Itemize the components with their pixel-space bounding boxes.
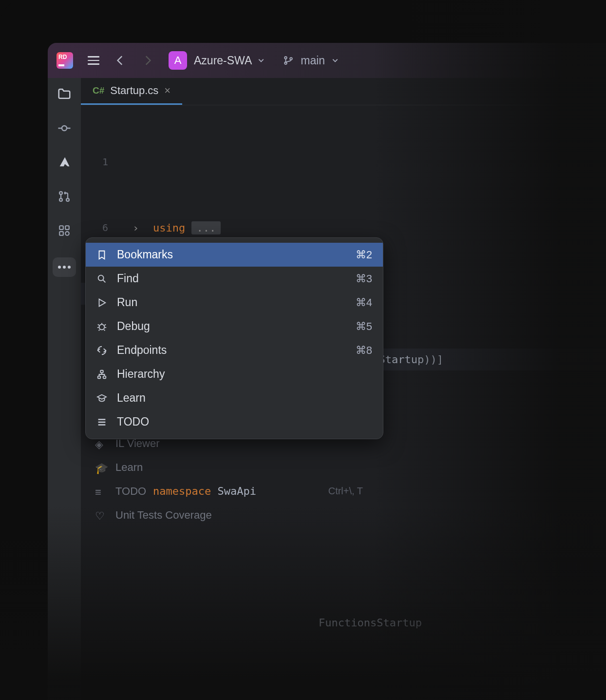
svg-point-15	[99, 324, 105, 330]
bookmark-icon	[96, 250, 107, 260]
learn-icon: 🎓	[95, 462, 106, 473]
svg-point-10	[65, 232, 69, 235]
play-icon	[96, 297, 107, 308]
todo-icon: ≡	[95, 486, 106, 497]
popup-item-run[interactable]: Run ⌘4	[86, 291, 383, 314]
app-logo[interactable]	[57, 52, 73, 69]
popup-item-todo[interactable]: TODO	[86, 410, 383, 434]
azure-icon[interactable]	[57, 155, 72, 170]
popup-shortcut: ⌘4	[356, 296, 372, 309]
popup-label: Learn	[117, 391, 146, 405]
branch-selector[interactable]: main	[283, 54, 339, 67]
svg-point-0	[284, 57, 287, 59]
popup-label: Endpoints	[117, 344, 167, 357]
project-avatar[interactable]: A	[169, 51, 187, 70]
popup-label: Hierarchy	[117, 368, 165, 381]
popup-shortcut: ⌘3	[356, 272, 372, 285]
popup-item-hierarchy[interactable]: Hierarchy	[86, 362, 383, 386]
svg-point-4	[59, 192, 62, 194]
svg-point-6	[66, 198, 69, 201]
popup-label: Debug	[117, 320, 150, 333]
popup-shortcut: ⌘5	[356, 320, 372, 333]
il-icon: ◈	[95, 438, 106, 449]
svg-rect-9	[59, 232, 63, 235]
search-icon	[96, 273, 107, 284]
hamburger-menu-icon[interactable]	[88, 56, 99, 65]
tab-filename: Startup.cs	[110, 84, 158, 97]
hierarchy-icon	[96, 369, 107, 380]
svg-point-5	[59, 198, 62, 201]
close-tab-icon[interactable]: ×	[164, 84, 170, 97]
project-name-label: Azure-SWA	[194, 54, 252, 67]
popup-item-bookmarks[interactable]: Bookmarks ⌘2	[86, 243, 383, 267]
folder-icon[interactable]	[57, 87, 72, 101]
popup-item-endpoints[interactable]: Endpoints ⌘8	[86, 338, 383, 362]
bug-icon	[96, 321, 107, 332]
svg-point-12	[63, 266, 66, 269]
svg-point-11	[58, 266, 61, 269]
project-selector[interactable]: Azure-SWA	[194, 54, 265, 67]
popup-label: Find	[117, 272, 139, 285]
popup-label: Run	[117, 296, 137, 309]
chevron-down-icon	[332, 57, 339, 64]
learn-icon	[96, 393, 107, 404]
tool-windows-popup: Bookmarks ⌘2 Find ⌘3 Run ⌘4 Debug ⌘5 End…	[85, 237, 383, 439]
svg-rect-16	[100, 370, 103, 372]
nav-forward-icon[interactable]	[141, 54, 154, 67]
file-lang-badge: C#	[93, 85, 104, 96]
branch-name-label: main	[301, 54, 325, 67]
svg-rect-7	[59, 226, 63, 230]
popup-item-find[interactable]: Find ⌘3	[86, 267, 383, 291]
titlebar: A Azure-SWA main	[48, 43, 606, 78]
commit-icon[interactable]	[57, 121, 72, 136]
popup-label: Bookmarks	[117, 248, 173, 261]
chevron-down-icon	[258, 57, 265, 64]
popup-item-debug[interactable]: Debug ⌘5	[86, 314, 383, 338]
nav-back-icon[interactable]	[114, 54, 127, 67]
svg-point-14	[98, 275, 104, 280]
svg-point-3	[62, 126, 67, 131]
left-tool-rail	[48, 78, 81, 700]
branch-icon	[283, 55, 294, 66]
fold-chevron-icon: ›	[133, 217, 139, 239]
coverage-icon: ♡	[95, 510, 106, 521]
bg-menu-item: ≡TODOCtrl+\, T	[85, 479, 373, 503]
svg-rect-8	[65, 226, 69, 230]
endpoints-icon	[96, 345, 107, 356]
popup-shortcut: ⌘2	[356, 249, 372, 261]
popup-item-learn[interactable]: Learn	[86, 386, 383, 410]
svg-point-13	[68, 266, 71, 269]
bg-menu-item: 🎓Learn	[85, 455, 373, 479]
popup-shortcut: ⌘8	[356, 344, 372, 357]
svg-rect-18	[103, 376, 106, 378]
pull-request-icon[interactable]	[57, 189, 72, 204]
more-tools-button[interactable]	[53, 257, 76, 277]
svg-point-2	[290, 58, 292, 60]
structure-icon[interactable]	[57, 223, 72, 238]
bg-menu-item: ♡Unit Tests Coverage	[85, 503, 373, 527]
popup-label: TODO	[117, 415, 149, 428]
todo-icon	[96, 417, 107, 428]
editor-tabbar: C# Startup.cs ×	[81, 78, 606, 105]
svg-rect-17	[98, 376, 101, 378]
editor-tab[interactable]: C# Startup.cs ×	[81, 78, 182, 105]
ellipsis-icon	[57, 265, 71, 269]
